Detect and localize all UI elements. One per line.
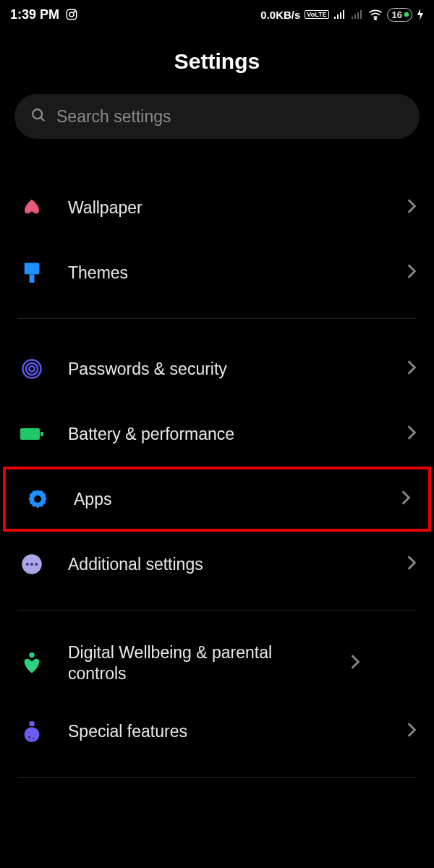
status-bar: 1:39 PM 0.0KB/s VoLTE 16 xyxy=(0,0,434,29)
chevron-right-icon xyxy=(407,555,417,574)
svg-point-10 xyxy=(29,366,35,372)
settings-item-label: Battery & performance xyxy=(68,424,385,445)
svg-rect-12 xyxy=(41,432,43,436)
instagram-icon xyxy=(65,8,78,21)
settings-item-label: Wallpaper xyxy=(68,197,385,218)
status-datarate: 0.0KB/s xyxy=(260,9,300,21)
svg-rect-6 xyxy=(25,263,40,274)
settings-item-themes[interactable]: Themes xyxy=(0,240,434,305)
svg-rect-19 xyxy=(30,721,35,726)
svg-point-16 xyxy=(30,563,33,566)
battery-icon xyxy=(17,420,46,448)
svg-point-1 xyxy=(69,12,74,17)
themes-icon xyxy=(17,258,46,287)
settings-item-label: Special features xyxy=(68,721,385,742)
svg-line-5 xyxy=(41,118,45,122)
settings-item-wallpaper[interactable]: Wallpaper xyxy=(0,175,434,240)
svg-point-17 xyxy=(35,563,38,566)
settings-item-label: Apps xyxy=(74,489,379,510)
svg-point-13 xyxy=(34,495,41,503)
settings-item-apps[interactable]: Apps xyxy=(3,467,431,532)
flask-icon xyxy=(17,717,46,746)
divider xyxy=(17,318,417,319)
settings-item-wellbeing[interactable]: Digital Wellbeing & parental controls xyxy=(0,628,434,699)
divider xyxy=(17,777,417,778)
svg-rect-11 xyxy=(20,428,40,440)
more-icon xyxy=(17,550,46,579)
volte-icon: VoLTE xyxy=(305,10,328,19)
battery-indicator: 16 xyxy=(387,8,412,22)
search-input[interactable]: Search settings xyxy=(14,94,420,139)
svg-point-3 xyxy=(374,18,375,20)
chevron-right-icon xyxy=(407,425,417,443)
svg-rect-7 xyxy=(30,274,35,282)
signal-icon-2 xyxy=(351,9,364,20)
charging-icon xyxy=(417,9,424,20)
chevron-right-icon xyxy=(407,198,417,217)
battery-percent: 16 xyxy=(392,9,402,20)
svg-point-18 xyxy=(29,652,34,658)
settings-item-label: Additional settings xyxy=(68,554,385,575)
settings-item-label: Digital Wellbeing & parental controls xyxy=(68,642,328,684)
wallpaper-icon xyxy=(17,193,46,222)
gear-icon xyxy=(23,485,52,514)
chevron-right-icon xyxy=(407,263,417,282)
settings-item-battery[interactable]: Battery & performance xyxy=(0,401,434,467)
signal-icon-1 xyxy=(333,9,346,20)
page-title: Settings xyxy=(0,29,434,88)
settings-item-special[interactable]: Special features xyxy=(0,699,434,764)
settings-item-label: Themes xyxy=(68,263,385,284)
chevron-right-icon xyxy=(350,654,360,673)
chevron-right-icon xyxy=(407,722,417,741)
svg-point-9 xyxy=(26,363,38,375)
status-time: 1:39 PM xyxy=(10,7,59,22)
fingerprint-icon xyxy=(17,354,46,383)
divider xyxy=(17,610,417,610)
battery-level-icon xyxy=(404,12,409,17)
wifi-icon xyxy=(368,9,383,20)
svg-point-4 xyxy=(33,109,42,119)
svg-point-21 xyxy=(28,736,30,739)
search-placeholder: Search settings xyxy=(56,107,171,127)
settings-item-label: Passwords & security xyxy=(68,359,385,380)
settings-item-passwords[interactable]: Passwords & security xyxy=(0,336,434,401)
settings-item-additional[interactable]: Additional settings xyxy=(0,532,434,597)
chevron-right-icon xyxy=(401,490,411,509)
svg-point-2 xyxy=(74,11,75,12)
svg-point-20 xyxy=(25,727,40,742)
svg-point-22 xyxy=(33,738,34,739)
chevron-right-icon xyxy=(407,359,417,378)
search-icon xyxy=(30,107,46,126)
svg-point-15 xyxy=(26,563,29,566)
heart-icon xyxy=(17,649,46,678)
